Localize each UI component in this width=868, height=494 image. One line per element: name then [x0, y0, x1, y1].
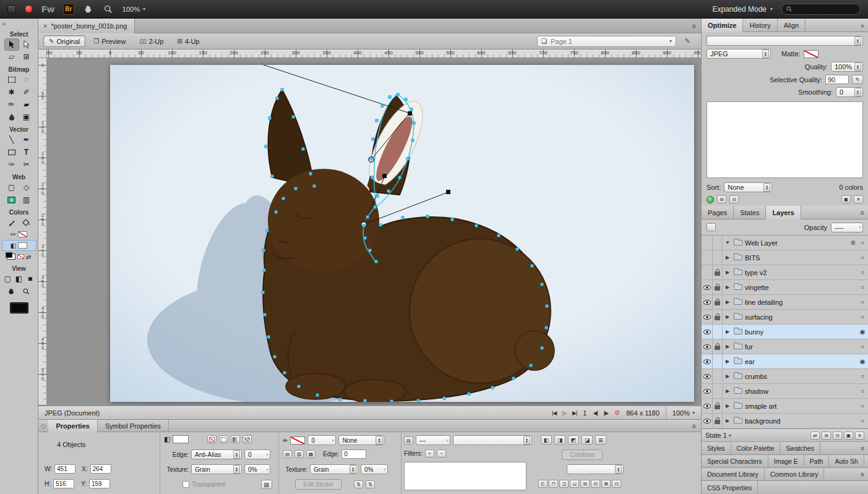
- width-input[interactable]: 451: [54, 464, 75, 474]
- circle-hotspot-tool[interactable]: ◇: [19, 181, 34, 194]
- view-tab-2up[interactable]: ▯▯ 2-Up: [134, 35, 169, 47]
- search-input[interactable]: [781, 4, 861, 15]
- close-tab-icon[interactable]: ×: [43, 22, 47, 30]
- standard-screen-mode-button[interactable]: ▢: [2, 273, 14, 285]
- magic-wand-tool[interactable]: ✱: [4, 86, 19, 98]
- stroke-texture-amount[interactable]: 0%▾: [361, 464, 388, 474]
- layer-lock-toggle[interactable]: [713, 354, 723, 369]
- distribute-v-button[interactable]: ⊡: [612, 480, 621, 488]
- layer-row-type-v2[interactable]: ▶type v2○: [702, 265, 868, 280]
- view-tab-original[interactable]: ✎ Original: [43, 35, 85, 47]
- view-tab-preview[interactable]: ❐ Preview: [88, 35, 131, 47]
- layer-expand-arrow-icon[interactable]: ▶: [723, 270, 733, 275]
- layer-expand-arrow-icon[interactable]: ▶: [723, 403, 733, 409]
- stroke-size-input[interactable]: 0▾: [307, 435, 336, 445]
- layer-visibility-toggle[interactable]: [702, 384, 713, 399]
- align-top-button[interactable]: ⊔: [570, 480, 579, 488]
- path-union-button[interactable]: ◧: [541, 435, 552, 445]
- align-bottom-button[interactable]: ⊟: [591, 480, 600, 488]
- layer-selection-circle[interactable]: ○: [857, 299, 868, 305]
- path-punch-button[interactable]: ⊞: [595, 435, 606, 445]
- layer-expand-arrow-icon[interactable]: ▶: [723, 329, 733, 334]
- opacity-dropdown[interactable]: ----▾: [831, 223, 863, 232]
- layer-lock-toggle[interactable]: [713, 295, 723, 310]
- stop-icon[interactable]: ⊘: [614, 409, 620, 417]
- layer-expand-arrow-icon[interactable]: ▶: [723, 255, 733, 260]
- rectangle-hotspot-tool[interactable]: ▢: [4, 181, 19, 194]
- swap-colors-button[interactable]: ⇄: [26, 253, 31, 260]
- last-state-button[interactable]: ▶|: [572, 410, 577, 416]
- pen-tool[interactable]: ✒: [19, 134, 34, 146]
- tab-path[interactable]: Path: [804, 455, 830, 468]
- tab-bar-menu-icon[interactable]: ≡: [687, 22, 701, 30]
- hand-tool[interactable]: [4, 285, 19, 297]
- bridge-icon[interactable]: Br: [63, 4, 74, 15]
- slice-tool[interactable]: ⊞: [4, 194, 19, 206]
- tab-properties[interactable]: Properties: [48, 420, 97, 432]
- layer-row-Web-Layer[interactable]: ▼Web Layer⊕○: [702, 236, 868, 250]
- play-button[interactable]: ▷: [562, 410, 566, 416]
- sort-dropdown[interactable]: None▲▼: [724, 182, 772, 192]
- layer-selection-circle[interactable]: ○: [857, 254, 868, 261]
- tab-layers[interactable]: Layers: [766, 206, 801, 219]
- transparent-checkbox[interactable]: [183, 481, 189, 488]
- subselection-tool[interactable]: [19, 38, 34, 51]
- web-dither-icon[interactable]: [707, 196, 714, 203]
- fill-edge-dropdown[interactable]: Anti-Alias▲▼: [191, 449, 242, 459]
- fill-options-button[interactable]: ▨: [261, 480, 272, 489]
- tab-color-palette[interactable]: Color Palette: [731, 442, 781, 455]
- align-right-button[interactable]: ⊐: [559, 480, 569, 488]
- freeform-tool[interactable]: ✑: [4, 158, 19, 171]
- layer-expand-arrow-icon[interactable]: ▶: [723, 359, 733, 364]
- hand-icon[interactable]: [83, 4, 94, 15]
- layer-lock-toggle[interactable]: [713, 236, 723, 250]
- layer-selection-circle[interactable]: ○: [857, 239, 868, 246]
- layer-lock-toggle[interactable]: [713, 399, 723, 414]
- layer-selection-circle[interactable]: ○: [857, 269, 868, 276]
- fill-color-well[interactable]: [18, 242, 27, 249]
- text-tool[interactable]: T: [19, 146, 34, 158]
- zoom-tool[interactable]: [19, 285, 34, 297]
- layer-row-smaple-art[interactable]: ▶smaple art○: [702, 399, 868, 414]
- layer-expand-arrow-icon[interactable]: ▶: [723, 299, 733, 305]
- layer-visibility-toggle[interactable]: [702, 280, 713, 295]
- layer-visibility-toggle[interactable]: [702, 265, 713, 280]
- lasso-tool[interactable]: ◌: [19, 74, 34, 86]
- canvas[interactable]: [110, 65, 694, 402]
- full-screen-menu-mode-button[interactable]: ◧: [14, 273, 25, 285]
- layer-row-fur[interactable]: ▶fur○: [702, 339, 868, 354]
- transparency-button[interactable]: ⊟: [729, 195, 739, 203]
- delete-color-button[interactable]: ✕: [854, 195, 863, 203]
- layer-visibility-toggle[interactable]: [702, 414, 713, 428]
- stroke-color-well[interactable]: [18, 231, 27, 237]
- y-input[interactable]: 159: [89, 479, 110, 488]
- blend-mode-button[interactable]: [707, 223, 716, 231]
- fill-texture-amount[interactable]: 0%▾: [244, 464, 270, 474]
- fill-gradient-button[interactable]: [231, 435, 240, 443]
- layer-visibility-toggle[interactable]: [702, 369, 713, 384]
- tab-symbol-properties[interactable]: Symbol Properties: [98, 420, 169, 432]
- styles-menu-icon[interactable]: ≡: [857, 445, 868, 452]
- page-edit-icon[interactable]: ✎: [681, 36, 694, 47]
- layer-lock-toggle[interactable]: [713, 280, 723, 295]
- layer-row-shadow[interactable]: ▶shadow○: [702, 384, 868, 399]
- fill-pattern-button[interactable]: [243, 435, 252, 443]
- collapse-tools-icon[interactable]: »: [0, 20, 9, 28]
- canvas-viewport[interactable]: [47, 58, 701, 406]
- tab-common-library[interactable]: Common Library: [765, 468, 825, 481]
- tab-special-characters[interactable]: Special Characters: [702, 455, 768, 468]
- layer-selection-circle[interactable]: ○: [857, 402, 868, 409]
- rubber-stamp-tool[interactable]: ▣: [19, 111, 34, 123]
- delete-layer-button[interactable]: ✕: [855, 432, 864, 440]
- stroke-texture-dropdown[interactable]: Grain▲▼: [310, 464, 358, 474]
- layers-menu-icon[interactable]: ≡: [857, 209, 868, 216]
- fill-edge-amount[interactable]: 0▾: [244, 449, 270, 459]
- layer-visibility-toggle[interactable]: [702, 295, 713, 310]
- layer-expand-arrow-icon[interactable]: ▶: [723, 314, 733, 320]
- layer-row-BITS[interactable]: ▶BITS○: [702, 250, 868, 265]
- path-crop-button[interactable]: ◪: [582, 435, 593, 445]
- layer-visibility-toggle[interactable]: [702, 250, 713, 265]
- eyedropper-tool[interactable]: [4, 216, 19, 229]
- scale-tool[interactable]: ▱: [4, 51, 19, 63]
- tab-image-editing[interactable]: Image E: [768, 455, 804, 468]
